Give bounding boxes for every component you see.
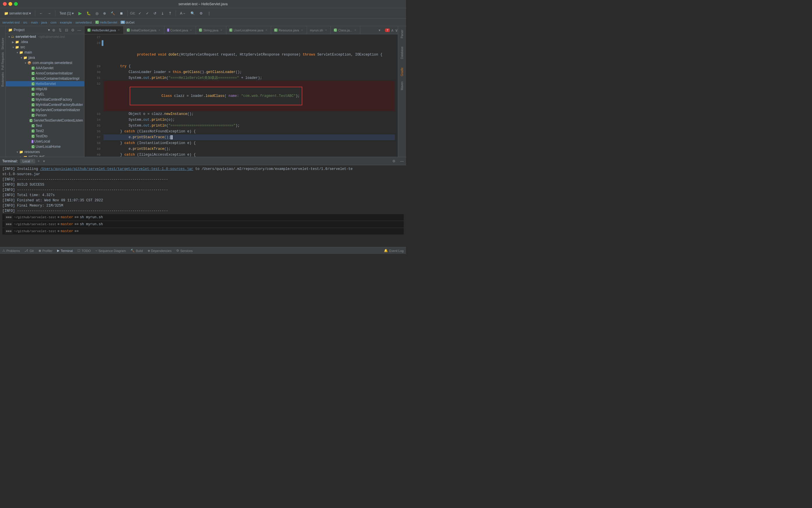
- status-event-log[interactable]: 🔔 Event Log: [384, 249, 404, 253]
- tree-root[interactable]: ▾ 🗂 servelet-test ~/github/servelet-test: [6, 34, 84, 39]
- tree-AnnoContainerInitializerImpl[interactable]: C AnnoContainerInitializerImpl: [6, 76, 84, 81]
- sidebar-expand-btn[interactable]: ⇅: [57, 27, 63, 33]
- tree-Test[interactable]: C Test: [6, 123, 84, 128]
- tab-Class[interactable]: C Class.ja... ×: [331, 26, 360, 34]
- tab-close-String[interactable]: ×: [220, 29, 223, 32]
- tab-close-myrun[interactable]: ×: [324, 29, 327, 32]
- tree-AAAServlet[interactable]: C AAAServlet: [6, 66, 84, 71]
- tabs-more-btn[interactable]: ▾: [376, 28, 383, 32]
- nav-forward-btn[interactable]: →: [46, 10, 53, 17]
- tab-Context[interactable]: I Context.java ×: [164, 26, 196, 34]
- git-check-btn[interactable]: ✓: [137, 10, 143, 17]
- run-config-btn[interactable]: Test (1) ▾: [58, 10, 75, 17]
- stop-button[interactable]: ⏹: [118, 10, 125, 17]
- terminal-settings-btn[interactable]: ⚙: [392, 159, 395, 163]
- tab-close-Class[interactable]: ×: [354, 29, 357, 32]
- status-sequence-diagram[interactable]: ~ Sequence Diagram: [95, 249, 126, 253]
- breadcrumb-src[interactable]: src: [23, 20, 28, 24]
- terminal-minimize-btn[interactable]: —: [400, 159, 404, 163]
- sidebar-collapse-btn[interactable]: ⊟: [64, 27, 69, 33]
- tree-ServletTestServletContextListen[interactable]: C ServletTestServletContextListen: [6, 118, 84, 123]
- status-profiler[interactable]: ◉ Profiler: [38, 249, 53, 253]
- tree-Person[interactable]: C Person: [6, 113, 84, 118]
- tree-resources[interactable]: ▾ 📁 resources: [6, 149, 84, 155]
- tree-src[interactable]: ▾ 📁 src: [6, 44, 84, 50]
- terminal-add-btn[interactable]: +: [38, 159, 40, 163]
- status-dependencies[interactable]: ◈ Dependencies: [148, 249, 171, 253]
- window-controls[interactable]: [3, 2, 18, 6]
- tree-idea[interactable]: ▶ 📁 .idea: [6, 39, 84, 44]
- git-push-btn[interactable]: ⤒: [167, 10, 173, 17]
- status-problems[interactable]: ⚠ Problems: [2, 249, 20, 253]
- tree-MyServletContainerInitializer[interactable]: C MyServletContainerInitializer: [6, 108, 84, 113]
- tab-close-UserLocalHome[interactable]: ×: [265, 29, 268, 32]
- more-btn[interactable]: ⋮: [206, 10, 212, 17]
- tree-UserLocal[interactable]: I UserLocal: [6, 139, 84, 144]
- tab-UserLocalHome[interactable]: C UserLocalHome.java ×: [226, 26, 271, 34]
- profile-button[interactable]: ⊕: [101, 10, 108, 17]
- code-editor[interactable]: 27 28 protected void doGet(HttpServletRe…: [84, 34, 398, 157]
- gradle-label[interactable]: Gradle: [400, 65, 404, 79]
- error-down-btn[interactable]: ∨: [395, 28, 398, 33]
- tree-main[interactable]: ▾ 📁 main: [6, 50, 84, 55]
- tree-UserLocalHome[interactable]: C UserLocalHome: [6, 144, 84, 149]
- nav-back-btn[interactable]: ←: [38, 10, 45, 17]
- tree-java[interactable]: ▾ 📁 java: [6, 55, 84, 60]
- terminal-dropdown-btn[interactable]: ▾: [43, 159, 45, 163]
- error-up-btn[interactable]: ∧: [391, 28, 394, 33]
- breadcrumb-example[interactable]: example: [60, 20, 72, 24]
- git-history-btn[interactable]: ↺: [152, 10, 158, 17]
- terminal-body[interactable]: [INFO] Installing /Users/quyixiao/github…: [0, 165, 406, 247]
- debug-button[interactable]: 🐛: [85, 10, 92, 17]
- project-dropdown[interactable]: 📁 servelet-test ▾: [2, 10, 33, 17]
- pull-requests-label[interactable]: Pull Requests: [1, 52, 4, 70]
- tab-close-Context[interactable]: ×: [189, 29, 193, 32]
- coverage-button[interactable]: ◎: [94, 10, 100, 17]
- run-button[interactable]: ▶: [77, 10, 84, 17]
- tree-package[interactable]: ▾ 📦 com.example.servelettest: [6, 60, 84, 66]
- tab-myrun[interactable]: myrun.sh ×: [307, 26, 331, 34]
- status-build[interactable]: 🔨 Build: [130, 249, 143, 253]
- tab-close-InitialContext[interactable]: ×: [158, 29, 161, 32]
- structure-label[interactable]: Structure: [1, 38, 4, 50]
- parser-label[interactable]: Parser: [400, 27, 404, 40]
- build-button[interactable]: 🔨: [109, 10, 117, 17]
- breadcrumb-main[interactable]: main: [31, 20, 38, 24]
- tree-MyEL[interactable]: C MyEL: [6, 92, 84, 97]
- tab-String[interactable]: C String.java ×: [196, 26, 226, 34]
- terminal-link-1[interactable]: /Users/quyixiao/github/servelet-test/tar…: [40, 167, 193, 171]
- tree-MyInitialContextFactory[interactable]: C MyInitialContextFactory: [6, 97, 84, 102]
- breadcrumb-helloservlet[interactable]: HelloServlet: [100, 20, 117, 24]
- database-label[interactable]: Database: [400, 44, 404, 61]
- terminal-local-tab[interactable]: Local ×: [20, 159, 35, 164]
- status-services[interactable]: ⚙ Services: [176, 249, 193, 253]
- tab-Resource[interactable]: C Resource.java ×: [271, 26, 307, 34]
- tab-close-HelloServlet[interactable]: ×: [117, 29, 121, 32]
- tab-close-Resource[interactable]: ×: [300, 29, 304, 32]
- tree-HttpUtil[interactable]: C HttpUtil: [6, 86, 84, 92]
- maven-label[interactable]: Maven: [400, 79, 404, 92]
- breadcrumb-servelettest[interactable]: servelettest: [75, 20, 92, 24]
- settings-btn[interactable]: ⚙: [198, 10, 204, 17]
- status-terminal[interactable]: ▶ Terminal: [57, 249, 73, 253]
- breadcrumb-com[interactable]: com: [50, 20, 56, 24]
- tab-InitialContext[interactable]: C InitialContext.java ×: [124, 26, 164, 34]
- maximize-button[interactable]: [14, 2, 18, 6]
- tree-META-INF[interactable]: ▶ 📁 META-INF: [6, 155, 84, 157]
- tree-MyInitialContextFactoryBuilder[interactable]: C MyInitialContextFactoryBuilder: [6, 102, 84, 108]
- breadcrumb-java[interactable]: java: [41, 20, 47, 24]
- sidebar-locate-btn[interactable]: ⊕: [51, 27, 56, 33]
- sidebar-hide-btn[interactable]: —: [77, 27, 82, 33]
- tree-Test2[interactable]: C Test2: [6, 128, 84, 133]
- git-check2-btn[interactable]: ✓: [144, 10, 151, 17]
- git-pull-btn[interactable]: ⤓: [159, 10, 166, 17]
- terminal-tab-close[interactable]: ×: [31, 160, 33, 163]
- bookmarks-label[interactable]: Bookmarks: [1, 72, 4, 87]
- search-everywhere-btn[interactable]: 🔍: [189, 10, 197, 17]
- status-git[interactable]: ⎇ Git: [25, 249, 34, 253]
- tree-TestDto[interactable]: C TestDto: [6, 133, 84, 139]
- minimize-button[interactable]: [8, 2, 12, 6]
- close-button[interactable]: [3, 2, 7, 6]
- sidebar-settings-btn[interactable]: ⚙: [70, 27, 75, 33]
- status-todo[interactable]: ☐ TODO: [77, 249, 91, 253]
